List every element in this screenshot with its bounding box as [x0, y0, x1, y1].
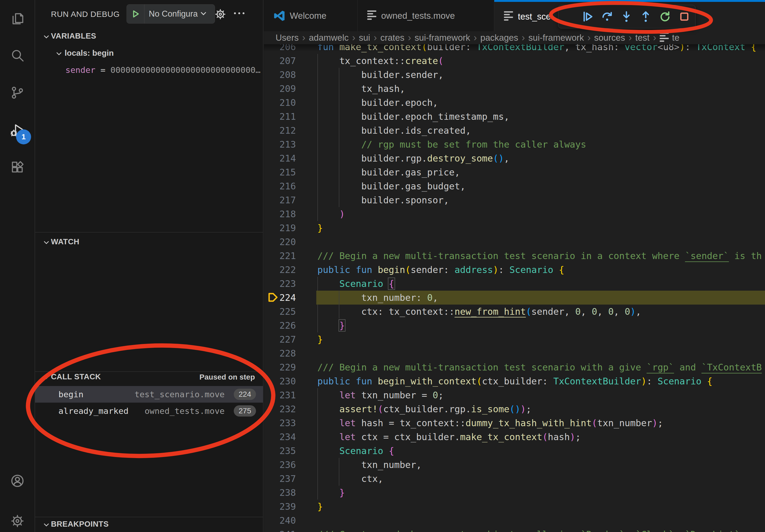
step-out-button-icon[interactable] — [639, 10, 652, 23]
code-line-218[interactable]: 218 ) — [264, 207, 765, 221]
line-number[interactable]: 220 — [264, 235, 296, 249]
code-line-224[interactable]: 224 txn_number: 0, — [264, 291, 765, 305]
line-number[interactable]: 233 — [264, 416, 296, 430]
code-line-222[interactable]: 222public fun begin(sender: address): Sc… — [264, 263, 765, 277]
breadcrumb-item[interactable]: sources — [594, 33, 625, 43]
code-line-217[interactable]: 217 builder.sponsor, — [264, 193, 765, 207]
line-number[interactable]: 218 — [264, 207, 296, 221]
tab-welcome[interactable]: Welcome — [264, 0, 358, 31]
line-number[interactable]: 228 — [264, 346, 296, 360]
code-editor[interactable]: 206fun make_tx_context(builder: TxContex… — [264, 44, 765, 532]
code-line-220[interactable]: 220 — [264, 235, 765, 249]
watch-section-header[interactable]: WATCH — [51, 237, 79, 246]
line-number[interactable]: 239 — [264, 500, 296, 513]
line-number[interactable]: 217 — [264, 193, 296, 207]
line-number[interactable]: 219 — [264, 221, 296, 235]
account-icon[interactable] — [0, 466, 35, 496]
breakpoints-section-header[interactable]: BREAKPOINTS — [51, 520, 109, 529]
code-line-207[interactable]: 207 tx_context::create( — [264, 54, 765, 68]
line-number[interactable]: 215 — [264, 165, 296, 179]
restart-button-icon[interactable] — [659, 10, 671, 23]
call-stack-frame[interactable]: already_markedowned_tests.move275 — [35, 402, 263, 419]
code-line-210[interactable]: 210 builder.epoch, — [264, 96, 765, 110]
step-over-button-icon[interactable] — [601, 10, 613, 23]
code-line-219[interactable]: 219} — [264, 221, 765, 235]
line-number[interactable]: 208 — [264, 68, 296, 82]
explorer-icon[interactable] — [0, 4, 35, 34]
line-number[interactable]: 210 — [264, 96, 296, 110]
code-line-225[interactable]: 225 ctx: tx_context::new_from_hint(sende… — [264, 305, 765, 319]
debug-settings-gear-icon[interactable] — [214, 8, 227, 22]
chevron-down-icon[interactable] — [43, 239, 50, 247]
chevron-down-icon[interactable] — [43, 33, 50, 41]
code-line-212[interactable]: 212 builder.ids_created, — [264, 124, 765, 137]
line-number[interactable]: 235 — [264, 444, 296, 458]
variables-section-header[interactable]: VARIABLES — [51, 32, 96, 40]
code-line-206[interactable]: 206fun make_tx_context(builder: TxContex… — [264, 44, 765, 54]
code-line-239[interactable]: 239} — [264, 500, 765, 513]
line-number[interactable]: 207 — [264, 54, 296, 68]
line-number[interactable]: 241 — [264, 527, 296, 532]
line-number[interactable]: 216 — [264, 179, 296, 193]
line-number[interactable]: 232 — [264, 402, 296, 416]
code-line-211[interactable]: 211 builder.epoch_timestamp_ms, — [264, 110, 765, 124]
line-number[interactable]: 227 — [264, 333, 296, 346]
code-line-235[interactable]: 235 Scenario { — [264, 444, 765, 458]
breadcrumb[interactable]: Users›adamwelc›sui›crates›sui-framework›… — [264, 31, 765, 44]
debug-config-dropdown[interactable]: No Configura — [127, 4, 215, 24]
code-line-241[interactable]: 241/// Creates and shares system objects… — [264, 527, 765, 532]
chevron-down-icon[interactable] — [43, 521, 50, 529]
code-line-237[interactable]: 237 ctx, — [264, 472, 765, 486]
line-number[interactable]: 231 — [264, 388, 296, 402]
call-stack-frame[interactable]: begintest_scenario.move224 — [35, 386, 263, 402]
breadcrumb-item[interactable]: sui-framework — [528, 33, 584, 43]
code-line-233[interactable]: 233 let hash = tx_context::dummy_tx_hash… — [264, 416, 765, 430]
variable-row[interactable]: sender = 00000000000000000000000000000… — [65, 65, 261, 75]
line-number[interactable]: 234 — [264, 430, 296, 444]
code-line-223[interactable]: 223 Scenario { — [264, 277, 765, 291]
breadcrumb-item[interactable]: sui-framework — [415, 33, 470, 43]
code-line-226[interactable]: 226 } — [264, 319, 765, 333]
breadcrumb-item[interactable]: adamwelc — [309, 33, 349, 43]
code-line-208[interactable]: 208 builder.sender, — [264, 68, 765, 82]
code-line-236[interactable]: 236 txn_number, — [264, 458, 765, 472]
code-line-238[interactable]: 238 } — [264, 486, 765, 500]
tab-owned-tests-move[interactable]: owned_tests.move — [358, 0, 494, 31]
line-number[interactable]: 213 — [264, 137, 296, 151]
code-line-227[interactable]: 227} — [264, 333, 765, 346]
code-line-209[interactable]: 209 tx_hash, — [264, 82, 765, 96]
breadcrumb-item[interactable]: packages — [480, 33, 518, 43]
toolbar-drag-handle-icon[interactable] — [562, 10, 575, 23]
code-line-215[interactable]: 215 builder.gas_price, — [264, 165, 765, 179]
call-stack-section-header[interactable]: CALL STACK — [51, 372, 101, 381]
line-number[interactable]: 209 — [264, 82, 296, 96]
more-actions-icon[interactable] — [234, 12, 245, 14]
code-line-221[interactable]: 221/// Begin a new multi-transaction tes… — [264, 249, 765, 263]
line-number[interactable]: 212 — [264, 124, 296, 137]
code-line-232[interactable]: 232 assert!(ctx_builder.rgp.is_some()); — [264, 402, 765, 416]
breadcrumb-item[interactable]: sui — [359, 33, 370, 43]
step-into-button-icon[interactable] — [620, 10, 633, 23]
settings-gear-icon[interactable] — [0, 506, 35, 532]
variables-scope-label[interactable]: locals: begin — [65, 49, 114, 58]
continue-button-icon[interactable] — [581, 10, 594, 23]
code-line-214[interactable]: 214 builder.rgp.destroy_some(), — [264, 151, 765, 165]
line-number[interactable]: 221 — [264, 249, 296, 263]
line-number[interactable]: 229 — [264, 360, 296, 374]
search-icon[interactable] — [0, 41, 35, 71]
chevron-down-icon[interactable] — [56, 50, 62, 58]
code-line-231[interactable]: 231 let txn_number = 0; — [264, 388, 765, 402]
start-debug-icon[interactable] — [127, 5, 145, 23]
code-line-230[interactable]: 230public fun begin_with_context(ctx_bui… — [264, 374, 765, 388]
stop-button-icon[interactable] — [678, 10, 691, 23]
line-number[interactable]: 223 — [264, 277, 296, 291]
line-number[interactable]: 237 — [264, 472, 296, 486]
line-number[interactable]: 236 — [264, 458, 296, 472]
code-line-229[interactable]: 229/// Begin a new multi-transaction tes… — [264, 360, 765, 374]
line-number[interactable]: 238 — [264, 486, 296, 500]
line-number[interactable]: 211 — [264, 110, 296, 124]
breadcrumb-item[interactable]: test — [635, 33, 649, 43]
line-number[interactable]: 222 — [264, 263, 296, 277]
line-number[interactable]: 226 — [264, 319, 296, 333]
breadcrumb-file[interactable]: te — [660, 32, 679, 43]
